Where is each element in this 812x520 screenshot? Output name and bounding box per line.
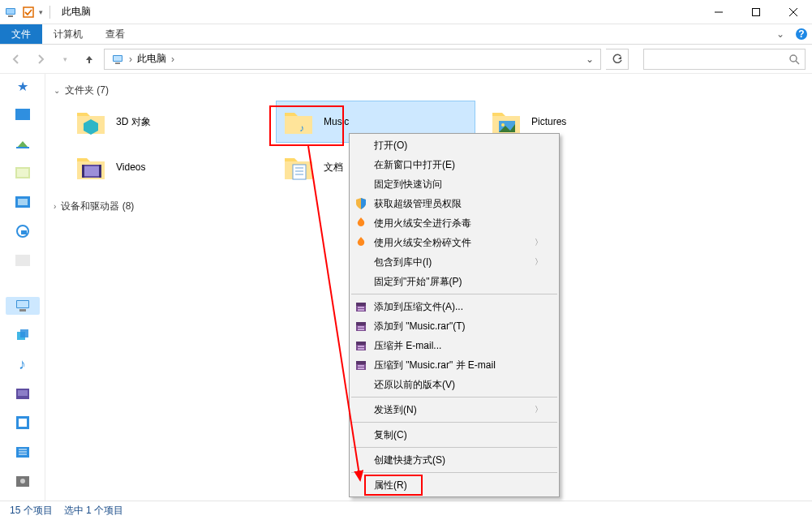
folder-item[interactable]: 3D 对象: [68, 101, 268, 143]
help-icon[interactable]: ?: [791, 24, 812, 44]
nav-item[interactable]: [14, 251, 32, 269]
context-menu-item[interactable]: 压缩到 "Music.rar" 并 E-mail: [350, 355, 559, 375]
huorong-icon: [354, 216, 368, 230]
svg-rect-47: [293, 165, 306, 179]
svg-point-38: [20, 479, 25, 483]
svg-rect-32: [19, 419, 27, 427]
ribbon-tab-view[interactable]: 查看: [94, 24, 136, 44]
svg-rect-55: [358, 309, 364, 311]
ribbon-collapse-icon[interactable]: ⌄: [770, 24, 791, 44]
context-menu-item[interactable]: 属性(R): [350, 475, 559, 495]
context-menu-item[interactable]: 使用火绒安全粉碎文件〉: [350, 233, 559, 252]
up-button[interactable]: [79, 49, 99, 69]
rar-icon: [354, 319, 368, 333]
context-menu-item[interactable]: 添加到 "Music.rar"(T): [350, 316, 559, 336]
breadcrumb[interactable]: › 此电脑 ›: [106, 52, 181, 66]
context-menu-item[interactable]: 打开(O): [350, 135, 559, 155]
nav-item[interactable]: [14, 472, 32, 490]
qat-dropdown[interactable]: ▾: [39, 8, 43, 16]
ribbon-file-tab[interactable]: 文件: [0, 24, 42, 44]
svg-rect-11: [114, 56, 122, 61]
nav-item[interactable]: [14, 414, 32, 432]
menu-item-label: 发送到(N): [374, 403, 417, 417]
context-menu-item[interactable]: 添加到压缩文件(A)...: [350, 297, 559, 316]
svg-rect-46: [99, 165, 101, 178]
menu-item-label: 压缩并 E-mail...: [374, 339, 441, 353]
nav-item[interactable]: [14, 135, 32, 153]
nav-item[interactable]: [14, 385, 32, 402]
svg-rect-57: [356, 322, 366, 325]
svg-rect-53: [356, 303, 366, 306]
menu-item-label: 固定到"开始"屏幕(P): [374, 275, 462, 289]
nav-item[interactable]: [14, 105, 32, 123]
nav-item[interactable]: [14, 326, 32, 344]
search-box[interactable]: [643, 49, 806, 70]
address-dropdown-icon[interactable]: ⌄: [581, 54, 599, 65]
svg-rect-16: [16, 147, 29, 148]
context-menu-item[interactable]: 包含到库中(I)〉: [350, 252, 559, 272]
ribbon-tab-computer[interactable]: 计算机: [42, 24, 94, 44]
menu-item-label: 添加到 "Music.rar"(T): [374, 320, 466, 333]
menu-item-label: 获取超级管理员权限: [374, 197, 462, 211]
menu-item-label: 压缩到 "Music.rar" 并 E-mail: [374, 359, 496, 372]
system-icon: [3, 5, 18, 19]
qat-item[interactable]: [21, 5, 36, 19]
nav-this-pc[interactable]: [6, 297, 40, 315]
nav-item[interactable]: [14, 222, 32, 240]
svg-rect-15: [15, 109, 30, 120]
nav-item[interactable]: [14, 164, 32, 182]
breadcrumb-label: 此电脑: [137, 52, 166, 66]
chevron-down-icon: ⌄: [54, 86, 60, 95]
context-menu-item[interactable]: 固定到快速访问: [350, 174, 559, 194]
quick-access-icon[interactable]: ★: [17, 79, 28, 94]
address-bar[interactable]: › 此电脑 › ⌄: [104, 49, 601, 70]
nav-item[interactable]: [14, 443, 32, 461]
huorong-icon: [354, 235, 368, 250]
maximize-button[interactable]: [737, 0, 775, 24]
svg-rect-44: [84, 166, 100, 176]
music-icon[interactable]: ♪: [14, 355, 32, 373]
section-header-folders[interactable]: ⌄ 文件夹 (7): [54, 80, 804, 101]
quick-access-toolbar: ▾: [0, 5, 57, 19]
context-menu-item[interactable]: 还原以前的版本(V): [350, 375, 559, 394]
context-menu-item[interactable]: 创建快捷方式(S): [350, 450, 559, 470]
context-menu-item[interactable]: 固定到"开始"屏幕(P): [350, 272, 559, 291]
context-menu-item[interactable]: 在新窗口中打开(E): [350, 155, 559, 174]
context-menu-item[interactable]: 获取超级管理员权限: [350, 194, 559, 213]
svg-rect-22: [21, 230, 27, 234]
folder-item[interactable]: Videos: [68, 146, 268, 188]
svg-rect-61: [356, 342, 366, 345]
pc-icon: [111, 53, 124, 66]
folder-label: Music: [324, 116, 349, 127]
menu-separator: [351, 422, 557, 423]
close-button[interactable]: [775, 0, 812, 24]
svg-rect-20: [18, 199, 28, 205]
menu-separator: [351, 397, 557, 398]
separator: [49, 6, 50, 19]
context-menu-item[interactable]: 发送到(N)〉: [350, 400, 559, 419]
navigation-bar: ▾ › 此电脑 › ⌄: [0, 45, 812, 74]
folder-icon: [74, 105, 108, 139]
context-menu-item[interactable]: 使用火绒安全进行杀毒: [350, 213, 559, 233]
context-menu-item[interactable]: 复制(C): [350, 425, 559, 445]
recent-dropdown[interactable]: ▾: [55, 49, 75, 69]
minimize-button[interactable]: [700, 0, 737, 24]
svg-rect-26: [19, 309, 26, 312]
svg-point-13: [790, 55, 797, 62]
folder-icon: [281, 150, 316, 184]
context-menu-item[interactable]: 压缩并 E-mail...: [350, 336, 559, 355]
svg-rect-65: [356, 361, 366, 364]
svg-rect-54: [358, 307, 364, 308]
section-title: 设备和驱动器 (8): [61, 200, 134, 213]
svg-rect-62: [358, 346, 364, 347]
folder-label: 3D 对象: [116, 115, 151, 129]
refresh-button[interactable]: [606, 49, 629, 70]
nav-item[interactable]: [14, 193, 32, 211]
svg-rect-5: [753, 8, 760, 15]
svg-rect-12: [115, 62, 120, 64]
svg-rect-67: [358, 367, 364, 369]
svg-rect-45: [82, 165, 84, 178]
forward-button[interactable]: [31, 49, 50, 69]
back-button[interactable]: [6, 49, 26, 69]
menu-separator: [351, 294, 557, 294]
